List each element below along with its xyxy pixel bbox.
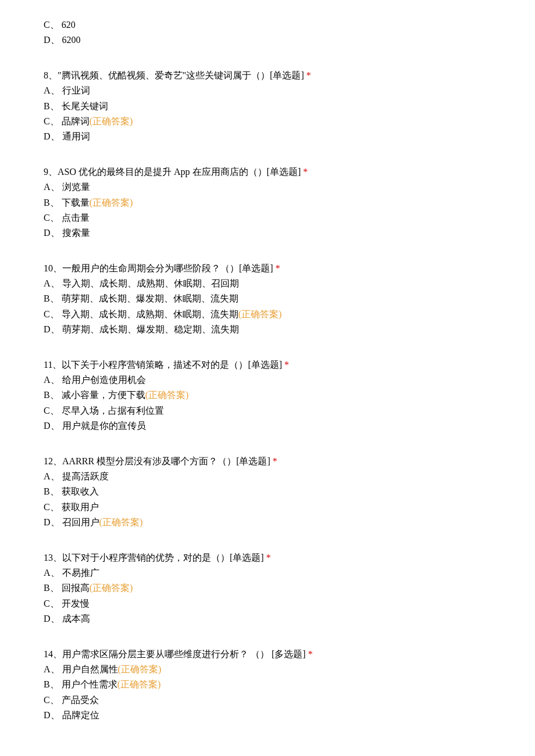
question-block: 13、以下对于小程序营销的优势，对的是（）[单选题] *A、 不易推广B、 回报… (44, 550, 535, 627)
question-number: 14、 (44, 649, 62, 659)
option-text: 萌芽期、成长期、爆发期、稳定期、流失期 (60, 324, 239, 334)
option-line: D、 成本高 (44, 611, 535, 626)
option-text: 萌芽期、成长期、爆发期、休眠期、流失期 (59, 293, 238, 303)
option-text: 召回用户 (60, 517, 99, 527)
option-line: C、 获取用户 (44, 500, 535, 515)
option-label: D、 (44, 324, 60, 334)
option-line: C、 尽早入场，占据有利位置 (44, 403, 535, 418)
question-number: 13、 (44, 553, 62, 562)
option-line: A、 用户自然属性(正确答案) (44, 662, 535, 677)
option-label: C、 (44, 116, 59, 126)
option-line: A、 给用户创造使用机会 (44, 372, 535, 388)
option-text: 品牌定位 (60, 710, 99, 720)
option-label: A、 (44, 278, 60, 288)
question-block: 10、一般用户的生命周期会分为哪些阶段？（）[单选题] *A、 导入期、成长期、… (44, 261, 535, 338)
option-line: C、 品牌词(正确答案) (44, 114, 535, 129)
option-line: C、 产品受众 (44, 693, 535, 708)
option-text: 尽早入场，占据有利位置 (59, 406, 164, 415)
option-label: B、 (44, 679, 59, 689)
question-stem: 9、ASO 优化的最终目的是提升 App 在应用商店的（）[单选题] * (44, 164, 535, 180)
document-body: C、 620D、 62008、"腾讯视频、优酷视频、爱奇艺"这些关键词属于（）[… (44, 17, 535, 723)
option-label: B、 (44, 101, 59, 111)
option-label: A、 (44, 85, 60, 95)
option-line: B、 长尾关键词 (44, 99, 535, 114)
option-line: C、 导入期、成长期、成熟期、休眠期、流失期(正确答案) (44, 307, 535, 322)
correct-answer-mark: (正确答案) (90, 198, 133, 207)
option-text: 浏览量 (60, 182, 90, 192)
question-block: 9、ASO 优化的最终目的是提升 App 在应用商店的（）[单选题] *A、 浏… (44, 164, 535, 241)
option-line: C、 620 (44, 17, 535, 33)
option-text: 行业词 (60, 85, 90, 95)
option-text: 获取收入 (59, 486, 99, 496)
option-label: D、 (44, 614, 60, 624)
question-stem: 10、一般用户的生命周期会分为哪些阶段？（）[单选题] * (44, 261, 535, 276)
correct-answer-mark: (正确答案) (90, 583, 133, 593)
option-line: D、 6200 (44, 33, 535, 48)
option-label: B、 (44, 293, 59, 303)
option-text: 开发慢 (59, 599, 90, 608)
option-label: C、 (44, 20, 59, 30)
option-line: A、 浏览量 (44, 180, 535, 195)
option-line: A、 不易推广 (44, 565, 535, 581)
option-label: C、 (44, 406, 59, 415)
option-text: 成本高 (60, 614, 90, 624)
correct-answer-mark: (正确答案) (99, 517, 143, 527)
question-text: "腾讯视频、优酷视频、爱奇艺"这些关键词属于（） (58, 70, 270, 80)
option-line: B、 回报高(正确答案) (44, 581, 535, 596)
question-type-tag: [单选题] (267, 167, 301, 177)
option-text: 不易推广 (60, 568, 99, 578)
option-label: A、 (44, 182, 60, 192)
option-line: D、 搜索量 (44, 225, 535, 241)
question-text: 一般用户的生命周期会分为哪些阶段？（） (62, 263, 239, 273)
question-stem: 13、以下对于小程序营销的优势，对的是（）[单选题] * (44, 550, 535, 565)
option-label: A、 (44, 568, 60, 578)
question-number: 12、 (44, 456, 62, 466)
option-label: B、 (44, 583, 59, 593)
question-number: 9、 (44, 167, 58, 177)
option-label: D、 (44, 131, 60, 141)
question-type-tag: [单选题] (236, 456, 270, 466)
option-label: B、 (44, 198, 59, 207)
option-text: 获取用户 (59, 502, 99, 512)
option-line: C、 开发慢 (44, 596, 535, 611)
option-text: 品牌词 (59, 116, 90, 126)
question-type-tag: [单选题] (230, 553, 264, 562)
required-asterisk: * (276, 263, 280, 273)
correct-answer-mark: (正确答案) (90, 116, 133, 126)
question-stem: 8、"腾讯视频、优酷视频、爱奇艺"这些关键词属于（）[单选题] * (44, 68, 535, 83)
correct-answer-mark: (正确答案) (238, 309, 282, 319)
option-label: C、 (44, 309, 59, 319)
option-line: B、 下载量(正确答案) (44, 195, 535, 210)
question-text: ASO 优化的最终目的是提升 App 在应用商店的（） (58, 167, 267, 177)
option-text: 用户就是你的宣传员 (60, 421, 146, 431)
option-text: 减小容量，方便下载 (59, 390, 145, 400)
option-text: 620 (59, 20, 76, 30)
question-text: 以下关于小程序营销策略，描述不对的是（） (62, 360, 248, 370)
option-text: 用户个性需求 (59, 679, 117, 689)
option-label: D、 (44, 228, 60, 238)
question-number: 8、 (44, 70, 58, 80)
option-label: D、 (44, 517, 60, 527)
required-asterisk: * (308, 649, 313, 659)
option-text: 给用户创造使用机会 (60, 375, 146, 385)
option-line: B、 用户个性需求(正确答案) (44, 677, 535, 692)
option-label: A、 (44, 375, 60, 385)
required-asterisk: * (306, 70, 311, 80)
option-line: D、 萌芽期、成长期、爆发期、稳定期、流失期 (44, 322, 535, 337)
option-label: D、 (44, 421, 60, 431)
option-text: 用户自然属性 (60, 664, 118, 674)
option-text: 提高活跃度 (60, 471, 109, 481)
question-stem: 12、AARRR 模型分层没有涉及哪个方面？（）[单选题] * (44, 454, 535, 469)
required-asterisk: * (303, 167, 308, 177)
option-line: B、 减小容量，方便下载(正确答案) (44, 388, 535, 403)
option-line: B、 获取收入 (44, 484, 535, 499)
question-text: 用户需求区隔分层主要从哪些维度进行分析？ （） (62, 649, 272, 659)
option-line: D、 召回用户(正确答案) (44, 515, 535, 530)
option-line: A、 提高活跃度 (44, 469, 535, 484)
question-block: 12、AARRR 模型分层没有涉及哪个方面？（）[单选题] *A、 提高活跃度B… (44, 454, 535, 531)
option-text: 产品受众 (59, 695, 99, 705)
option-text: 点击量 (59, 213, 90, 223)
correct-answer-mark: (正确答案) (117, 679, 161, 689)
option-line: D、 用户就是你的宣传员 (44, 418, 535, 433)
required-asterisk: * (284, 360, 289, 370)
